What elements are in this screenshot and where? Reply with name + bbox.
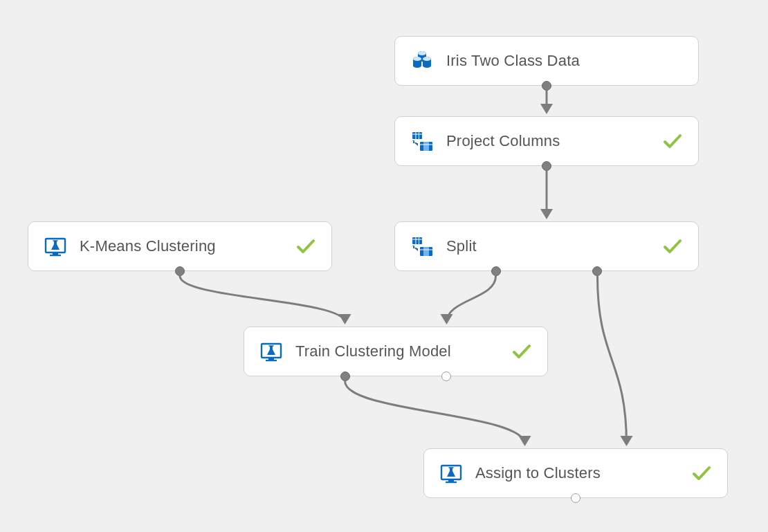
status-ok-icon — [511, 341, 532, 362]
svg-point-5 — [423, 64, 431, 68]
connector[interactable] — [345, 381, 525, 444]
svg-rect-41 — [269, 345, 274, 347]
node-label: Train Clustering Model — [295, 342, 511, 360]
svg-rect-36 — [424, 247, 428, 256]
output-port[interactable] — [592, 266, 602, 276]
node-project-columns[interactable]: Project Columns — [394, 116, 699, 166]
experiment-icon — [259, 340, 283, 363]
connector[interactable] — [180, 276, 345, 322]
connector[interactable] — [446, 276, 495, 322]
node-label: Iris Two Class Data — [446, 52, 683, 70]
output-port[interactable] — [340, 372, 350, 381]
output-port[interactable] — [571, 493, 580, 503]
output-port[interactable] — [542, 161, 551, 171]
output-port[interactable] — [491, 266, 501, 276]
node-assign-to-clusters[interactable]: Assign to Clusters — [423, 448, 728, 498]
experiment-icon — [44, 235, 67, 258]
svg-rect-21 — [424, 142, 428, 151]
svg-point-10 — [423, 57, 431, 61]
status-ok-icon — [295, 236, 316, 257]
status-ok-icon — [691, 463, 712, 484]
svg-rect-44 — [446, 481, 457, 483]
connector[interactable] — [597, 276, 626, 444]
output-port[interactable] — [175, 266, 185, 276]
status-ok-icon — [662, 236, 683, 257]
svg-rect-25 — [50, 255, 61, 256]
project-columns-icon — [410, 129, 434, 153]
experiment-icon — [439, 461, 463, 485]
svg-point-11 — [418, 51, 426, 55]
svg-rect-40 — [266, 360, 277, 361]
node-k-means-clustering[interactable]: K-Means Clustering — [28, 221, 332, 271]
project-columns-icon — [410, 235, 434, 258]
svg-rect-43 — [448, 479, 454, 481]
svg-rect-26 — [53, 240, 58, 241]
node-split[interactable]: Split — [394, 221, 699, 271]
svg-rect-45 — [449, 467, 454, 468]
node-label: Assign to Clusters — [475, 464, 691, 482]
svg-point-2 — [413, 64, 421, 68]
output-port[interactable] — [441, 372, 451, 381]
svg-rect-24 — [53, 253, 58, 255]
status-ok-icon — [662, 131, 683, 152]
dataset-icon — [410, 49, 434, 73]
node-iris-two-class-data[interactable]: Iris Two Class Data — [394, 36, 699, 86]
svg-rect-39 — [268, 358, 274, 360]
experiment-canvas[interactable]: Iris Two Class Data Project Co — [0, 0, 768, 532]
svg-point-9 — [413, 57, 421, 61]
node-label: Project Columns — [446, 132, 662, 150]
node-label: Split — [446, 237, 662, 255]
output-port[interactable] — [542, 81, 551, 91]
node-train-clustering-model[interactable]: Train Clustering Model — [244, 327, 548, 376]
node-label: K-Means Clustering — [80, 237, 295, 255]
